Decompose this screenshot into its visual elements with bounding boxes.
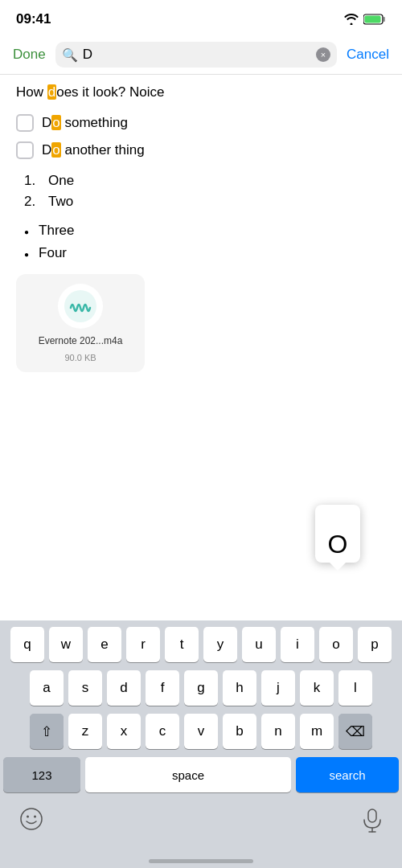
audio-waveform-icon [64,290,96,322]
key-r[interactable]: r [126,627,160,662]
numbered-item-2: 2. Two [24,194,386,210]
numbered-text-2: Two [48,194,73,210]
shift-key[interactable]: ⇧ [30,714,64,749]
content-area: How does it look? Noice Do something Do … [0,75,402,372]
keyboard-row-1: q w e r t y u i o p [0,627,402,662]
numbered-list: 1. One 2. Two [24,173,386,210]
key-t[interactable]: t [165,627,199,662]
num-key[interactable]: 123 [3,757,80,792]
svg-point-5 [27,816,29,818]
key-f[interactable]: f [146,670,179,706]
status-bar: 09:41 [0,0,402,35]
search-key[interactable]: search [296,757,399,792]
keyboard-row-3: ⇧ z x c v b n m ⌫ [0,714,402,749]
key-w[interactable]: w [49,627,83,662]
key-c[interactable]: c [146,714,179,749]
battery-icon [363,14,386,25]
key-m[interactable]: m [300,714,334,749]
checklist-text-1: Do something [42,113,128,133]
title-post: oes it look? Noice [56,84,164,100]
keyboard[interactable]: q w e r t y u i o p a s d f g h j k l ⇧ … [0,620,402,868]
search-bar: Done 🔍 × Cancel [0,35,402,75]
attachment-card[interactable]: Evernote 202...m4a 90.0 KB [16,274,145,372]
numbered-text-1: One [48,173,74,189]
num-label-1: 1. [24,173,40,189]
home-indicator [0,859,402,868]
key-b[interactable]: b [223,714,256,749]
key-s[interactable]: s [68,670,102,706]
checklist-item-2: Do another thing [16,141,386,160]
attachment-name: Evernote 202...m4a [39,335,123,346]
key-a[interactable]: a [30,670,64,706]
key-q[interactable]: q [10,627,44,662]
search-icon: 🔍 [62,47,78,63]
space-key[interactable]: space [85,757,291,792]
search-input-wrapper[interactable]: 🔍 × [55,42,337,68]
attachment-icon [58,284,103,329]
key-g[interactable]: g [184,670,218,706]
note-title: How does it look? Noice [16,84,386,100]
key-v[interactable]: v [184,714,218,749]
bullet-item-1: ● Three [24,223,386,239]
wifi-icon [344,14,359,25]
svg-point-6 [34,816,36,818]
keyboard-row-2: a s d f g h j k l [0,670,402,706]
svg-rect-7 [368,809,376,822]
num-label-2: 2. [24,194,40,210]
numbered-item-1: 1. One [24,173,386,189]
title-pre: How [16,84,47,100]
clear-button[interactable]: × [316,47,330,62]
cancel-button[interactable]: Cancel [343,47,392,63]
keyboard-row-4: 123 space search [0,757,402,792]
search-input[interactable] [83,47,311,63]
key-l[interactable]: l [338,670,372,706]
emoji-icon[interactable] [19,807,43,837]
attachment-size: 90.0 KB [64,353,96,362]
key-i[interactable]: i [281,627,314,662]
bullet-item-2: ● Four [24,245,386,261]
key-p[interactable]: p [358,627,392,662]
key-k[interactable]: k [300,670,334,706]
bullet-dot-1: ● [24,227,29,236]
status-icons [344,14,386,25]
svg-rect-1 [384,17,386,22]
status-time: 09:41 [16,11,51,27]
bullet-list: ● Three ● Four [24,223,386,261]
key-z[interactable]: z [68,714,102,749]
svg-rect-2 [365,16,381,23]
done-button[interactable]: Done [10,47,49,63]
bullet-text-1: Three [39,223,74,239]
key-x[interactable]: x [107,714,141,749]
key-e[interactable]: e [88,627,121,662]
svg-point-4 [21,809,42,829]
key-o[interactable]: o [319,627,353,662]
bullet-dot-2: ● [24,250,29,259]
delete-key[interactable]: ⌫ [338,714,372,749]
key-u[interactable]: u [242,627,276,662]
key-d[interactable]: d [107,670,141,706]
checklist-text-2: Do another thing [42,141,145,160]
key-h[interactable]: h [223,670,256,706]
checklist-item-1: Do something [16,113,386,133]
key-j[interactable]: j [261,670,295,706]
key-y[interactable]: y [203,627,237,662]
key-popup: O [315,505,360,563]
title-highlight: d [47,84,56,100]
keyboard-bottom [0,800,402,859]
bullet-text-2: Four [39,245,67,261]
checkbox-1[interactable] [16,114,34,132]
checkbox-2[interactable] [16,141,34,159]
mic-icon[interactable] [362,809,383,836]
key-n[interactable]: n [261,714,295,749]
